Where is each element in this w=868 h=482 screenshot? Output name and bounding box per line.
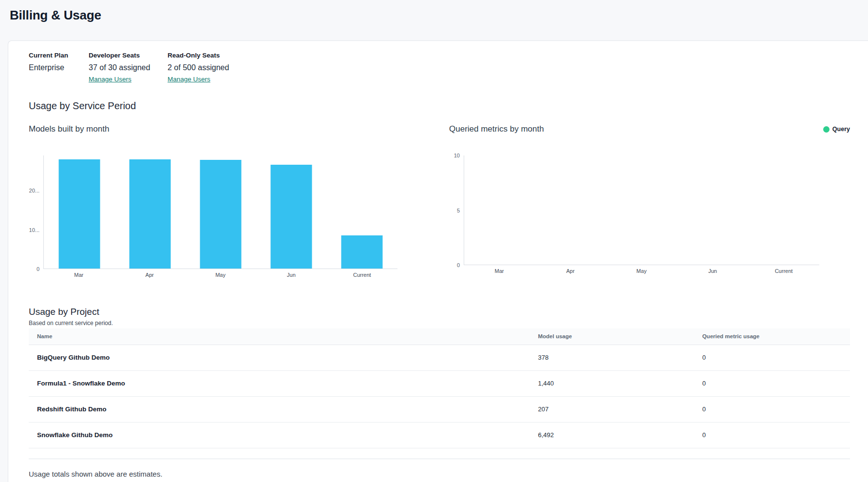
models-built-chart-panel: Models built by month 010...20... MarApr… bbox=[29, 124, 397, 278]
project-name-cell: Formula1 - Snowflake Demo bbox=[29, 370, 529, 396]
y-axis-tick-label: 10 bbox=[454, 153, 460, 158]
models-chart-y-axis: 010...20... bbox=[29, 155, 43, 269]
developer-seats-label: Developer Seats bbox=[89, 52, 168, 59]
models-chart-title: Models built by month bbox=[29, 124, 109, 134]
usage-by-project-subtitle: Based on current service period. bbox=[29, 320, 850, 327]
queried-metric-usage-cell: 0 bbox=[694, 370, 850, 396]
footer-divider bbox=[29, 459, 850, 459]
column-header-model-usage: Model usage bbox=[529, 328, 694, 345]
bar-may bbox=[200, 160, 242, 269]
models-chart-header: Models built by month bbox=[29, 124, 397, 134]
current-plan-value: Enterprise bbox=[29, 63, 89, 72]
developer-seats-column: Developer Seats 37 of 30 assigned Manage… bbox=[89, 52, 168, 83]
billing-card: Current Plan Enterprise Developer Seats … bbox=[8, 40, 868, 482]
readonly-seats-value: 2 of 500 assigned bbox=[168, 63, 229, 72]
queried-metrics-chart-panel: Queried metrics by month Query 0510 MarA… bbox=[449, 124, 850, 278]
metrics-chart-x-axis: MarAprMayJunCurrent bbox=[464, 268, 819, 274]
query-legend: Query bbox=[823, 126, 850, 133]
project-name-cell: BigQuery Github Demo bbox=[29, 345, 529, 370]
project-name-cell: Snowflake Github Demo bbox=[29, 422, 529, 448]
x-axis-label: Jun bbox=[677, 268, 748, 274]
metrics-chart-plot bbox=[464, 155, 819, 265]
queried-metric-usage-cell: 0 bbox=[694, 345, 850, 370]
table-row: Formula1 - Snowflake Demo1,4400 bbox=[29, 370, 850, 396]
column-header-queried-metric-usage: Queried metric usage bbox=[694, 328, 850, 345]
project-name-cell: Redshift Github Demo bbox=[29, 396, 529, 422]
usage-table-header: Name Model usage Queried metric usage bbox=[29, 328, 850, 345]
queried-metric-usage-cell: 0 bbox=[694, 422, 850, 448]
table-row: BigQuery Github Demo3780 bbox=[29, 345, 850, 370]
x-axis-label: May bbox=[606, 268, 677, 274]
models-chart-plot bbox=[43, 155, 397, 269]
plan-summary: Current Plan Enterprise Developer Seats … bbox=[29, 52, 850, 83]
x-axis-label: May bbox=[185, 272, 256, 278]
charts-row: Models built by month 010...20... MarApr… bbox=[29, 124, 850, 278]
bar-apr bbox=[129, 159, 170, 269]
x-axis-label: Jun bbox=[256, 272, 326, 278]
y-axis-tick-label: 10... bbox=[29, 227, 39, 233]
metrics-chart-body: 0510 bbox=[449, 155, 850, 265]
current-plan-label: Current Plan bbox=[29, 52, 89, 59]
usage-table-header-row: Name Model usage Queried metric usage bbox=[29, 328, 850, 345]
table-row: Redshift Github Demo2070 bbox=[29, 396, 850, 422]
usage-table-body: BigQuery Github Demo3780Formula1 - Snowf… bbox=[29, 345, 850, 448]
developer-manage-users-link[interactable]: Manage Users bbox=[89, 76, 132, 83]
model-usage-cell: 207 bbox=[529, 396, 694, 422]
y-axis-tick-label: 0 bbox=[457, 262, 460, 268]
queried-metric-usage-cell: 0 bbox=[694, 396, 850, 422]
x-axis-label: Mar bbox=[464, 268, 535, 274]
x-axis-label: Current bbox=[327, 272, 397, 278]
usage-by-project-title: Usage by Project bbox=[29, 306, 850, 318]
readonly-seats-label: Read-Only Seats bbox=[168, 52, 229, 59]
metrics-chart-title: Queried metrics by month bbox=[449, 124, 544, 134]
y-axis-tick-label: 20... bbox=[29, 188, 39, 193]
model-usage-cell: 6,492 bbox=[529, 422, 694, 448]
table-row: Snowflake Github Demo6,4920 bbox=[29, 422, 850, 448]
bar-current bbox=[341, 235, 383, 269]
usage-by-project-table: Name Model usage Queried metric usage Bi… bbox=[29, 328, 850, 448]
x-axis-label: Apr bbox=[114, 272, 185, 278]
models-chart-x-axis: MarAprMayJunCurrent bbox=[43, 272, 397, 278]
developer-seats-value: 37 of 30 assigned bbox=[89, 63, 168, 72]
usage-estimates-footnote: Usage totals shown above are estimates. bbox=[29, 470, 850, 478]
query-legend-label: Query bbox=[832, 126, 850, 133]
readonly-seats-column: Read-Only Seats 2 of 500 assigned Manage… bbox=[168, 52, 229, 83]
x-axis-label: Current bbox=[748, 268, 819, 274]
metrics-chart-y-axis: 0510 bbox=[449, 155, 464, 265]
usage-by-service-period-title: Usage by Service Period bbox=[29, 100, 850, 112]
current-plan-column: Current Plan Enterprise bbox=[29, 52, 89, 83]
metrics-chart-header: Queried metrics by month Query bbox=[449, 124, 850, 134]
y-axis-tick-label: 0 bbox=[37, 266, 39, 272]
model-usage-cell: 378 bbox=[529, 345, 694, 370]
bar-mar bbox=[58, 159, 100, 269]
readonly-manage-users-link[interactable]: Manage Users bbox=[168, 76, 210, 83]
x-axis-label: Mar bbox=[43, 272, 114, 278]
x-axis-label: Apr bbox=[535, 268, 606, 274]
query-legend-dot-icon bbox=[823, 126, 830, 133]
page-title: Billing & Usage bbox=[10, 8, 868, 23]
model-usage-cell: 1,440 bbox=[529, 370, 694, 396]
models-chart-body: 010...20... bbox=[29, 155, 397, 269]
y-axis-tick-label: 5 bbox=[457, 208, 460, 213]
column-header-name: Name bbox=[29, 328, 529, 345]
bar-jun bbox=[271, 165, 312, 269]
